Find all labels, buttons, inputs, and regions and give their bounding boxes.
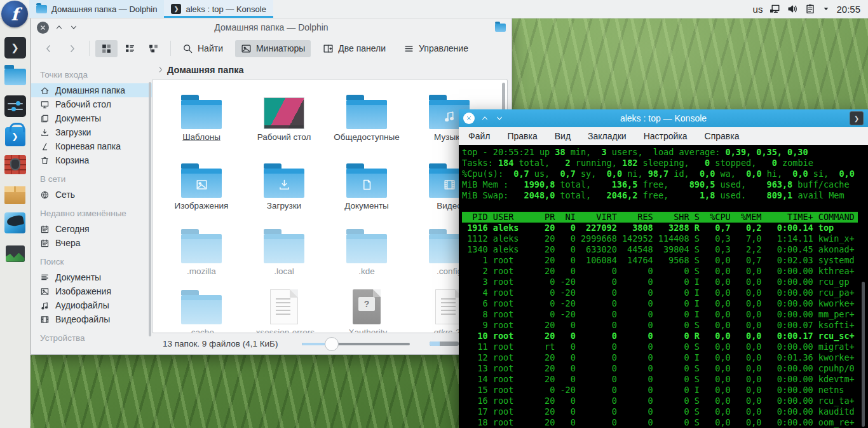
konsole-titlebar[interactable]: aleks : top — Konsole ❯	[459, 109, 868, 127]
konsole-icon: ❯	[171, 4, 181, 14]
places-item[interactable]: Аудиофайлы	[31, 298, 152, 312]
file-item[interactable]: Рабочий стол	[243, 82, 325, 151]
find-button[interactable]: Найти	[177, 40, 229, 57]
places-item[interactable]: Вчера	[31, 236, 152, 250]
back-button[interactable]	[37, 40, 60, 57]
file-item[interactable]: Шаблоны	[160, 82, 243, 151]
network-globe-icon	[40, 190, 50, 200]
breadcrumb[interactable]: Домашняя папка	[152, 60, 512, 79]
zoom-slider-knob[interactable]	[325, 337, 339, 351]
close-button[interactable]	[37, 22, 49, 34]
file-item[interactable]: .local	[243, 216, 325, 277]
clock[interactable]: 20:55	[836, 4, 860, 15]
file-item-label: Общедоступные	[334, 132, 400, 142]
close-button[interactable]	[463, 113, 475, 124]
process-row: 17 root 20 0 0 0 0 S 0,0 0,0 0:00.00 kau…	[462, 406, 858, 417]
krita-icon[interactable]	[3, 211, 27, 235]
konsole-icon[interactable]: ❯	[3, 36, 27, 59]
places-item[interactable]: Корневая папка	[31, 139, 152, 153]
folder-icon	[495, 24, 506, 32]
file-grid: ШаблоныРабочий столОбщедоступныеМузыкаИз…	[160, 82, 491, 333]
process-row: 11 root rt 0 0 0 0 S 0,0 0,0 0:00.00 mig…	[462, 342, 858, 352]
terminal-output[interactable]: top - 20:55:21 up 38 min, 3 users, load …	[459, 145, 868, 428]
process-row: 14 root 20 0 0 0 0 S 0,0 0,0 0:00.00 kde…	[462, 374, 858, 385]
caret-down-icon[interactable]	[822, 5, 830, 13]
folder-download-icon	[264, 151, 304, 198]
zoom-slider[interactable]	[302, 337, 410, 351]
network-icon[interactable]	[769, 3, 780, 15]
volume-icon[interactable]	[787, 3, 798, 15]
firewall-config-icon[interactable]	[3, 153, 27, 176]
image-viewer-icon[interactable]	[3, 240, 27, 264]
file-item[interactable]: .kde	[325, 216, 408, 277]
taskbar-task[interactable]: ❯aleks : top — Konsole	[164, 0, 273, 18]
unknown-file-icon: ?	[353, 277, 381, 324]
clipboard-icon[interactable]	[804, 3, 816, 15]
menu-item[interactable]: Настройка	[644, 131, 688, 141]
thumbnails-button[interactable]: Миниатюры	[235, 40, 311, 57]
app-launcher-button[interactable]: f	[1, 1, 28, 27]
places-item-label: Сеть	[55, 190, 75, 200]
places-item[interactable]: Загрузки	[31, 125, 152, 139]
keyboard-layout-indicator[interactable]: us	[753, 4, 763, 15]
file-item-label: .config	[437, 266, 462, 276]
places-item[interactable]: Корзина	[31, 153, 152, 167]
folder-document-icon	[346, 151, 387, 198]
package-manager-icon[interactable]	[3, 182, 27, 205]
file-item[interactable]: Изображения	[160, 151, 243, 216]
process-row: 8 root 0 -20 0 0 0 I 0,0 0,0 0:00.00 mm_…	[462, 309, 858, 320]
hamburger-icon	[403, 43, 414, 54]
file-item[interactable]: .mozilla	[160, 216, 243, 277]
file-item[interactable]: .xsession-errors	[243, 277, 325, 333]
process-row: 1112 aleks 20 0 2999668 142952 114408 S …	[462, 233, 858, 244]
minimize-button[interactable]	[495, 114, 504, 123]
menu-item[interactable]: Справка	[705, 131, 740, 141]
terminal-scrollbar[interactable]	[861, 146, 866, 427]
places-item-label: Корневая папка	[55, 141, 121, 151]
file-item[interactable]: Загрузки	[243, 151, 325, 216]
search-icon	[182, 43, 193, 54]
process-row: 15 root 0 -20 0 0 0 I 0,0 0,0 0:00.00 ne…	[462, 385, 858, 396]
file-item-label: Изображения	[175, 201, 229, 211]
places-item-label: Документы	[55, 272, 101, 282]
folder-icon	[36, 5, 47, 13]
file-item-label: Рабочий стол	[257, 132, 311, 142]
minimize-button[interactable]	[69, 23, 78, 32]
forward-button[interactable]	[61, 40, 83, 57]
file-item-label: .mozilla	[187, 266, 216, 276]
menu-item[interactable]: Вид	[555, 131, 571, 141]
file-item[interactable]: .cache	[160, 277, 243, 333]
places-item[interactable]: Сеть	[31, 188, 152, 202]
image-icon	[40, 287, 50, 296]
menu-item[interactable]: Закладки	[588, 131, 627, 141]
dolphin-icon[interactable]	[3, 65, 27, 88]
places-item[interactable]: Документы	[31, 270, 152, 284]
places-item[interactable]: Сегодня	[31, 222, 152, 236]
maximize-button[interactable]	[55, 23, 64, 32]
dolphin-titlebar[interactable]: Домашняя папка — Dolphin	[31, 18, 512, 36]
system-settings-icon[interactable]	[3, 94, 27, 118]
places-item[interactable]: Документы	[31, 111, 152, 125]
file-item[interactable]: Документы	[325, 151, 408, 216]
places-item[interactable]: Домашняя папка	[31, 83, 152, 97]
icons-view-button[interactable]	[95, 40, 118, 57]
file-item[interactable]: ?.Xauthority	[325, 277, 408, 333]
control-menu-button[interactable]: Управление	[398, 40, 474, 57]
menu-item[interactable]: Файл	[468, 131, 490, 141]
konsole-menubar: ФайлПравкаВидЗакладкиНастройкаСправка	[459, 127, 868, 145]
split-view-button[interactable]: Две панели	[317, 40, 391, 57]
discover-icon[interactable]: ❯	[3, 123, 27, 147]
places-item[interactable]: Рабочий стол	[31, 97, 152, 111]
places-item[interactable]: Изображения	[31, 284, 152, 298]
find-button-label: Найти	[198, 43, 223, 53]
menu-item[interactable]: Правка	[507, 131, 537, 141]
file-view: ШаблоныРабочий столОбщедоступныеМузыкаИз…	[152, 79, 508, 333]
maximize-button[interactable]	[480, 114, 489, 123]
file-item[interactable]: Общедоступные	[325, 82, 408, 151]
taskbar-task[interactable]: Домашняя папка — Dolphin	[29, 0, 164, 18]
folder-icon	[264, 216, 304, 263]
places-item[interactable]: Видеофайлы	[31, 312, 152, 326]
places-scrollbar[interactable]	[149, 82, 151, 336]
details-view-button[interactable]	[119, 40, 141, 57]
tree-view-button[interactable]	[142, 40, 165, 57]
